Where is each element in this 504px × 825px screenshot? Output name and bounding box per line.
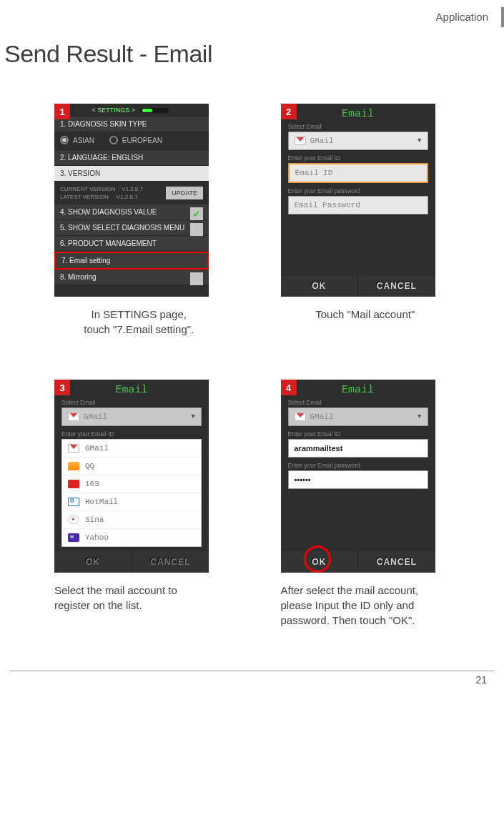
option-hotmail[interactable]: HotMail	[62, 493, 201, 511]
dropdown-value: GMail	[310, 137, 334, 145]
option-yahoo[interactable]: Yahoo	[62, 529, 201, 546]
cancel-button[interactable]: CANCEL	[357, 275, 435, 297]
step-3: 3 Email Select Email GMail ▼ Enter your …	[54, 380, 224, 628]
caption-line: touch "7.Email setting".	[84, 323, 194, 335]
step-1: 1 < SETTINGS > 1. DIAGNOSIS SKIN TYPE AS…	[54, 104, 224, 337]
radio-label: EUROPEAN	[122, 137, 162, 144]
mail-account-dropdown[interactable]: GMail ▼	[288, 407, 428, 426]
option-label: Yahoo	[85, 533, 109, 542]
yahoo-icon	[68, 533, 79, 542]
chevron-down-icon: ▼	[417, 413, 421, 420]
steps-grid: 1 < SETTINGS > 1. DIAGNOSIS SKIN TYPE AS…	[0, 104, 504, 628]
caption-line: After select the mail account,	[281, 584, 419, 596]
netease-icon	[68, 480, 79, 488]
caption-line: password. Then touch "OK".	[281, 614, 415, 626]
row-email-setting[interactable]: 7. Email setting	[54, 252, 209, 270]
option-sina[interactable]: Sina	[62, 511, 201, 529]
chevron-down-icon: ▼	[417, 137, 421, 144]
mail-account-dropdown[interactable]: GMail ▼	[61, 407, 202, 426]
row-version: 3. VERSION	[54, 166, 209, 182]
page-footer: 21	[10, 671, 494, 693]
option-163[interactable]: 163	[62, 475, 201, 493]
dropdown-value: GMail	[310, 412, 334, 421]
step-badge: 2	[281, 104, 297, 119]
button-bar: OK CANCEL	[54, 551, 209, 573]
settings-header: < SETTINGS >	[54, 104, 209, 117]
email-id-label: Enter your Email ID	[281, 430, 435, 439]
caption-line: please Input the ID only and	[281, 599, 415, 611]
ver-lat-val: : V1.2.8.7	[113, 194, 137, 200]
email-title: Email	[54, 380, 209, 399]
step-4: 4 Email Select Email GMail ▼ Enter your …	[281, 380, 450, 628]
caption-line: register on the list.	[54, 599, 142, 611]
cancel-button[interactable]: CANCEL	[132, 551, 209, 573]
hotmail-icon	[68, 498, 79, 506]
step-badge: 3	[54, 380, 70, 395]
chevron-down-icon: ▼	[192, 413, 195, 420]
ver-cur-label: CURRENT VERSION	[60, 186, 115, 192]
step-badge: 4	[281, 380, 297, 395]
progress-pill	[140, 108, 169, 113]
email-pw-label: Enter your Email password	[281, 187, 435, 196]
version-block: CURRENT VERSION : V1.2.8.7 LATEST VERSIO…	[54, 182, 209, 204]
radio-label: ASIAN	[73, 137, 94, 144]
mail-account-dropdown[interactable]: GMail ▼	[288, 132, 428, 150]
settings-title: SETTINGS	[97, 107, 129, 114]
email-id-label: Enter your Email ID	[54, 430, 209, 439]
option-qq[interactable]: QQ	[62, 458, 201, 475]
option-label: HotMail	[85, 498, 118, 506]
checkbox-on[interactable]: ✓	[190, 207, 203, 220]
row-language[interactable]: 2. LANGUAGE: ENGLISH	[54, 150, 209, 166]
ok-button[interactable]: OK	[281, 551, 358, 573]
button-bar: OK CANCEL	[281, 275, 435, 297]
gmail-icon	[295, 412, 306, 421]
email-id-field[interactable]: Email ID	[288, 163, 428, 183]
email-id-field[interactable]: arammailtest	[288, 439, 428, 458]
gmail-icon	[68, 412, 79, 421]
step-2: 2 Email Select Email GMail ▼ Enter your …	[281, 104, 450, 337]
row-label: 8. Mirroring	[60, 273, 97, 281]
radio-european[interactable]: EUROPEAN	[109, 136, 162, 144]
row-label: 4. SHOW DIAGNOSIS VALUE	[60, 208, 157, 216]
update-button[interactable]: UPDATE	[166, 187, 203, 199]
ok-button[interactable]: OK	[54, 551, 132, 573]
checkbox-off[interactable]	[190, 223, 203, 236]
qq-icon	[68, 462, 79, 470]
row-mirroring[interactable]: 8. Mirroring	[54, 270, 209, 285]
document-page: Application Send Result - Email 1 < SETT…	[0, 0, 504, 693]
dropdown-list: GMail QQ 163 HotMail Sina Yahoo	[61, 439, 202, 547]
row-show-diag-value[interactable]: 4. SHOW DIAGNOSIS VALUE✓	[54, 204, 209, 220]
select-email-label: Select Email	[281, 123, 435, 132]
gmail-icon	[68, 444, 79, 453]
option-label: GMail	[85, 444, 109, 453]
row-product-mgmt[interactable]: 6. PRODUCT MANAGEMENT	[54, 236, 209, 252]
row-diagnosis-skin[interactable]: 1. DIAGNOSIS SKIN TYPE	[54, 117, 209, 132]
page-number: 21	[475, 674, 487, 686]
sina-icon	[68, 515, 79, 524]
option-label: 163	[85, 480, 99, 488]
screenshot-email: 2 Email Select Email GMail ▼ Enter your …	[281, 104, 435, 297]
step-caption: In SETTINGS page, touch "7.Email setting…	[54, 307, 224, 337]
screenshot-email-filled: 4 Email Select Email GMail ▼ Enter your …	[281, 380, 435, 573]
button-bar: OK CANCEL	[281, 551, 435, 573]
section-label: Application	[0, 7, 504, 27]
row-radios: ASIAN EUROPEAN	[54, 132, 209, 150]
ok-button[interactable]: OK	[281, 275, 358, 297]
cancel-button[interactable]: CANCEL	[357, 551, 435, 573]
step-caption: Touch "Mail account"	[281, 307, 450, 322]
row-show-select-menu[interactable]: 5. SHOW SELECT DIAGNOSIS MENU	[54, 220, 209, 236]
radio-asian[interactable]: ASIAN	[60, 136, 94, 144]
gmail-icon	[295, 137, 306, 145]
email-pw-field[interactable]: ••••••	[288, 470, 428, 489]
option-gmail[interactable]: GMail	[62, 440, 201, 458]
step-caption: Select the mail account to register on t…	[54, 583, 224, 613]
screenshot-email-dropdown: 3 Email Select Email GMail ▼ Enter your …	[54, 380, 209, 573]
option-label: QQ	[85, 462, 94, 470]
step-badge: 1	[54, 104, 70, 119]
select-email-label: Select Email	[54, 399, 209, 407]
email-title: Email	[281, 104, 435, 123]
checkbox-off[interactable]	[190, 272, 203, 285]
email-pw-field[interactable]: Email Password	[288, 196, 428, 214]
ver-lat-label: LATEST VERSION	[60, 194, 109, 200]
option-label: Sina	[85, 515, 104, 524]
